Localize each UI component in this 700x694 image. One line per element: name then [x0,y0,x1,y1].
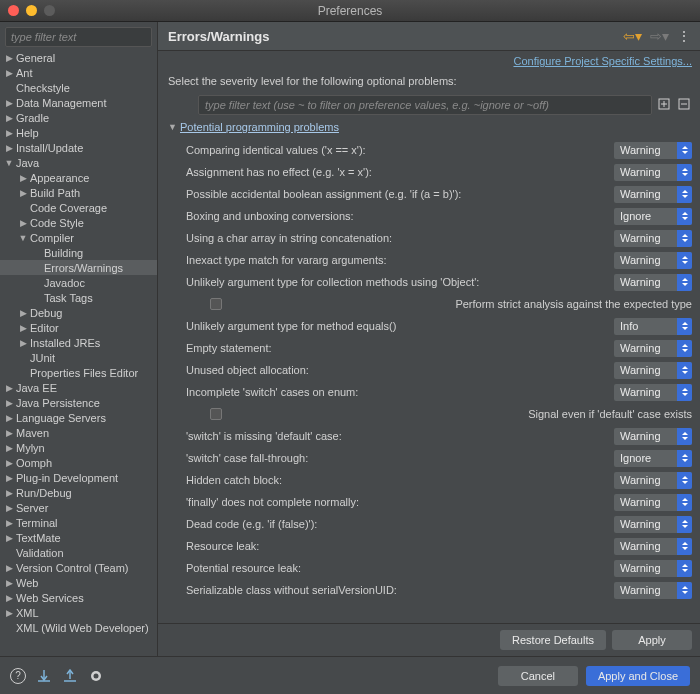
tree-item[interactable]: ▶XML [0,605,157,620]
combo-stepper-icon[interactable] [677,428,692,445]
severity-combo[interactable]: Warning [614,362,692,379]
tree-item[interactable]: Javadoc [0,275,157,290]
severity-combo[interactable]: Warning [614,164,692,181]
chevron-right-icon[interactable]: ▶ [4,113,14,123]
menu-icon[interactable]: ⋮ [677,28,692,44]
tree-item[interactable]: ▶Version Control (Team) [0,560,157,575]
tree-item[interactable]: ▶Server [0,500,157,515]
combo-stepper-icon[interactable] [677,538,692,555]
tree-item[interactable]: Checkstyle [0,80,157,95]
tree-item[interactable]: ▶Language Servers [0,410,157,425]
severity-combo[interactable]: Warning [614,274,692,291]
chevron-right-icon[interactable]: ▶ [4,413,14,423]
category-row[interactable]: ▼ Potential programming problems [158,119,700,137]
tree-item[interactable]: ▶Ant [0,65,157,80]
chevron-right-icon[interactable]: ▶ [4,383,14,393]
severity-combo[interactable]: Warning [614,560,692,577]
combo-stepper-icon[interactable] [677,472,692,489]
tree-item[interactable]: ▶Java Persistence [0,395,157,410]
tree-item[interactable]: ▶Code Style [0,215,157,230]
severity-combo[interactable]: Warning [614,252,692,269]
chevron-right-icon[interactable]: ▶ [4,533,14,543]
severity-combo[interactable]: Warning [614,516,692,533]
tree-item[interactable]: ▶Java EE [0,380,157,395]
severity-combo[interactable]: Warning [614,340,692,357]
settings-list[interactable]: Comparing identical values ('x == x'):Wa… [158,137,700,623]
help-icon[interactable]: ? [10,668,26,684]
tree-item[interactable]: ▼Java [0,155,157,170]
expand-all-icon[interactable] [658,98,672,112]
chevron-right-icon[interactable]: ▶ [4,53,14,63]
tree-item[interactable]: ▶Run/Debug [0,485,157,500]
chevron-right-icon[interactable]: ▶ [4,563,14,573]
severity-combo[interactable]: Warning [614,384,692,401]
tree-item[interactable]: ▶General [0,50,157,65]
combo-stepper-icon[interactable] [677,516,692,533]
tree-item[interactable]: ▶Debug [0,305,157,320]
chevron-right-icon[interactable]: ▶ [4,143,14,153]
export-icon[interactable] [62,668,78,684]
chevron-right-icon[interactable]: ▶ [4,503,14,513]
tree-item[interactable]: Code Coverage [0,200,157,215]
combo-stepper-icon[interactable] [677,494,692,511]
tree-item[interactable]: ▶Editor [0,320,157,335]
chevron-right-icon[interactable]: ▶ [18,308,28,318]
chevron-right-icon[interactable]: ▶ [4,473,14,483]
chevron-right-icon[interactable]: ▶ [4,443,14,453]
combo-stepper-icon[interactable] [677,450,692,467]
severity-combo[interactable]: Warning [614,142,692,159]
tree-item[interactable]: ▶Build Path [0,185,157,200]
chevron-right-icon[interactable]: ▶ [4,608,14,618]
severity-combo[interactable]: Warning [614,230,692,247]
chevron-right-icon[interactable]: ▶ [4,578,14,588]
settings-filter-input[interactable]: type filter text (use ~ to filter on pre… [198,95,652,115]
combo-stepper-icon[interactable] [677,186,692,203]
cancel-button[interactable]: Cancel [498,666,578,686]
tree-item[interactable]: Properties Files Editor [0,365,157,380]
combo-stepper-icon[interactable] [677,274,692,291]
tree-item[interactable]: ▶Terminal [0,515,157,530]
tree-item[interactable]: ▶Web Services [0,590,157,605]
chevron-right-icon[interactable]: ▶ [4,593,14,603]
tree-item[interactable]: Building [0,245,157,260]
tree-item[interactable]: XML (Wild Web Developer) [0,620,157,635]
tree-item[interactable]: ▶Appearance [0,170,157,185]
sidebar-filter-input[interactable]: type filter text [5,27,152,47]
combo-stepper-icon[interactable] [677,582,692,599]
combo-stepper-icon[interactable] [677,164,692,181]
checkbox[interactable] [210,298,222,310]
chevron-right-icon[interactable]: ▶ [4,458,14,468]
combo-stepper-icon[interactable] [677,318,692,335]
tree-item[interactable]: ▶TextMate [0,530,157,545]
combo-stepper-icon[interactable] [677,384,692,401]
severity-combo[interactable]: Warning [614,494,692,511]
tree-item[interactable]: Validation [0,545,157,560]
restore-defaults-button[interactable]: Restore Defaults [500,630,606,650]
severity-combo[interactable]: Warning [614,582,692,599]
chevron-right-icon[interactable]: ▶ [18,218,28,228]
tree-item[interactable]: ▶Installed JREs [0,335,157,350]
chevron-down-icon[interactable]: ▼ [18,233,28,243]
tree-item[interactable]: ▶Gradle [0,110,157,125]
chevron-right-icon[interactable]: ▶ [18,338,28,348]
severity-combo[interactable]: Warning [614,428,692,445]
chevron-right-icon[interactable]: ▶ [4,518,14,528]
tree-item[interactable]: ▼Compiler [0,230,157,245]
combo-stepper-icon[interactable] [677,230,692,247]
configure-project-link[interactable]: Configure Project Specific Settings... [513,55,692,67]
severity-combo[interactable]: Ignore [614,208,692,225]
severity-combo[interactable]: Warning [614,472,692,489]
chevron-right-icon[interactable]: ▶ [4,98,14,108]
tree-item[interactable]: ▶Help [0,125,157,140]
combo-stepper-icon[interactable] [677,252,692,269]
chevron-right-icon[interactable]: ▶ [4,128,14,138]
collapse-all-icon[interactable] [678,98,692,112]
chevron-right-icon[interactable]: ▶ [4,68,14,78]
import-icon[interactable] [36,668,52,684]
tree-item[interactable]: Errors/Warnings [0,260,157,275]
tree-item[interactable]: ▶Oomph [0,455,157,470]
back-icon[interactable]: ⇦▾ [623,28,642,44]
chevron-right-icon[interactable]: ▶ [18,188,28,198]
oomph-icon[interactable] [88,668,104,684]
severity-combo[interactable]: Warning [614,538,692,555]
